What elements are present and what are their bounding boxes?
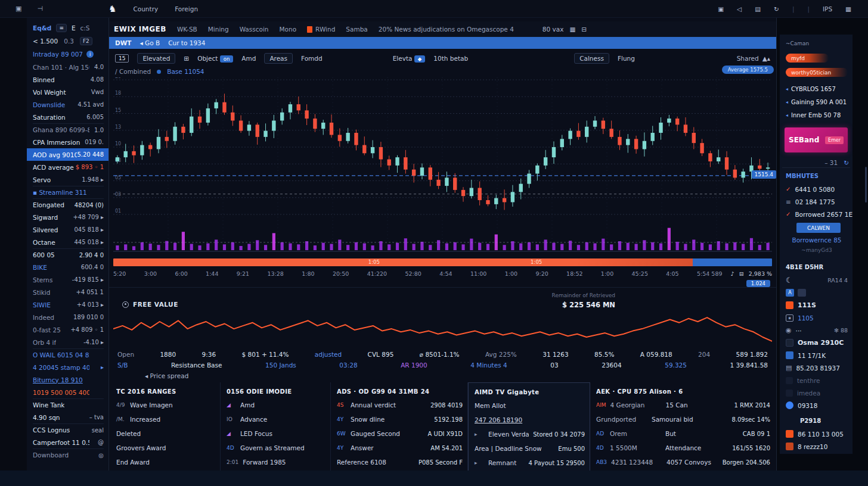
object-toggle[interactable]: Object on [197,55,233,62]
symbol-tab[interactable]: RWind [307,26,335,33]
sidebar-row[interactable]: Saturation6.005 [33,111,104,123]
table-row[interactable]: 4D1 5500MAttendance161/55 1620 [596,441,770,455]
right-list-item[interactable]: ≡02 184 1775 [786,195,848,208]
sidebar-title[interactable]: Eq&d [33,24,51,32]
table-row[interactable]: IOAdvance [227,412,326,426]
panel-icon[interactable]: ▣ [718,5,724,13]
fomdd-button[interactable]: Fomdd [301,55,323,62]
promo-button[interactable]: Emer [825,136,844,144]
candlestick-chart[interactable]: / Combined Base 11054 Average 1575.5 201… [109,68,776,297]
right-link[interactable]: ◂Inner Emb 50 78 [786,108,848,122]
sidebar-row[interactable]: 1019 500 005 4004.4 * [33,386,104,398]
sidebar-row[interactable]: Camperfoot 11 0.5@ [33,436,104,448]
symbol-tab[interactable]: Mono [280,26,297,33]
promo-banner[interactable]: SEBand Emer [785,127,848,152]
legend-combined[interactable]: / Combined [115,68,151,75]
symbol-tab[interactable]: WK-SB [177,26,197,33]
sidebar-row[interactable]: BIKE600.4 0 [33,261,104,273]
scrollbar-thumb[interactable] [865,167,867,202]
timeline-scrollbar[interactable]: 1:05 1:05 [113,258,772,266]
sidebar-row[interactable]: Chan 101 · Alg 15004.0 [33,61,104,73]
symbol-tab[interactable]: Samba [346,26,367,33]
borrow-link[interactable]: Borrowernce 85 [786,236,848,247]
sidebar-row[interactable]: CCS Lognusseal [33,423,104,436]
line-chart-svg[interactable] [113,310,772,347]
timeline-remaining[interactable] [693,258,772,266]
table-row[interactable]: 4DGovern as Streamed [227,441,326,455]
sidebar-row[interactable]: Sigward+48 709 ▸ [33,211,104,223]
sidebar-row[interactable]: AOD avg 901055.20 448 [27,148,108,161]
window-grid-icon[interactable]: ▣ [16,5,21,13]
table-row[interactable]: ◢Amd [227,398,326,412]
table-row[interactable]: /M.Increased [116,412,215,426]
table-row[interactable]: ▸Eleven VerdantStored 0 34 2079 [475,427,585,441]
table-row[interactable]: Reference 6108P085 Second F [337,455,463,469]
elevated-button[interactable]: Elevated [137,53,175,64]
note-icon[interactable]: ♪ [731,270,734,277]
right-link[interactable]: ◂CYBRLOS 1657 [786,82,848,95]
alert-banner[interactable]: DWT ◂ Go B Cur to 1934 [109,37,776,49]
grid-view-icon[interactable]: ▦ [569,26,575,33]
table-row[interactable]: GrundportedSamourai bid8.09sec 14% [596,412,770,426]
gray-chip-icon[interactable] [798,289,806,297]
table-row[interactable]: 4YAnswerAM 54.201 [337,441,463,455]
table-row[interactable]: 4YSnow dline5192.198 [337,412,463,426]
sidebar-row[interactable]: Binned4.08 [33,73,104,86]
right-list-item[interactable]: ▤85.203 81937 [786,362,848,374]
areas-button[interactable]: Areas [264,53,293,64]
amd-button[interactable]: Amd [241,55,256,62]
sidebar-row[interactable]: 600 052.90 4 0 [33,248,104,261]
right-list-item[interactable]: ☾RA14 4 [786,274,848,286]
table-row[interactable]: Area | Deadline SnowEmu 500 [475,441,585,456]
right-list-item[interactable]: 86 110 13 005 [786,428,848,440]
sidebar-row[interactable]: Ghana 890 6099-8011.0 [33,123,104,136]
sidebar-chip[interactable]: F2 [80,37,92,45]
sidebar-row[interactable]: Octane445 018 ▸ [33,236,104,248]
calwen-button[interactable]: CALWEN [796,223,841,233]
right-list-item[interactable]: ✓6441 0 5080 [786,183,848,195]
table-row[interactable]: ADOremButCAB 09 1 [596,426,770,441]
sidebar-row[interactable]: Biturncy 18 910 [33,373,104,386]
apps-icon[interactable]: ▦ [845,5,851,13]
table-row[interactable]: Deleted [116,426,215,441]
sidebar-row[interactable]: ACD average$ 893 ◦ 1 [33,161,104,173]
right-list-item[interactable]: ✓Borrowed 2657 1E [786,208,848,220]
right-list-item[interactable]: tenthre [786,374,848,387]
table-row[interactable]: AIM4 Georgian15 Can1 RMX 2014 [596,398,770,412]
nav-foreign[interactable]: Foreign [175,5,198,13]
grid-icon[interactable]: ⊞ [184,55,189,62]
right-link[interactable]: ◂Gaining 590 A 001 [786,95,848,108]
sidebar-row[interactable]: Downboard◎ [33,448,104,461]
table-row[interactable]: Groovers Award [116,441,215,455]
refresh-icon[interactable]: ↻ [844,159,849,166]
right-list-item[interactable]: ◉···✻ 88 [786,324,848,337]
table-row[interactable]: ◢LED Focus [227,426,326,441]
table-row[interactable]: 2:01Forward 1985 [227,455,326,469]
count-pill[interactable]: 1.024 [746,280,770,287]
right-list-item[interactable]: 111S [786,299,848,311]
sidebar-row[interactable]: Orb 4 if-4.10 ▸ [33,336,104,348]
shared-button[interactable]: Shared ▲▴ [737,55,770,62]
sidebar-row[interactable]: 4 20045 stamp 4010▸ [33,361,104,373]
timeline-elapsed[interactable]: 1:05 1:05 [113,258,693,266]
blue-chip-icon[interactable]: A [786,289,794,297]
price-spread-toggle[interactable]: ◂ Price spread [109,370,776,381]
sidebar-row[interactable]: CPA Immersion019 0. [33,136,104,148]
hot-tag-pill[interactable]: myfd [786,54,829,63]
collapse-axis-icon[interactable]: ⊟ [739,270,744,277]
symbol-tab[interactable]: 20% News adjudications on Omegascope 4 [379,26,514,33]
rows-icon[interactable]: ▤ [755,5,761,13]
tenth-button[interactable]: 10th betab [433,55,468,62]
sidebar-row[interactable]: Elongated48204 (0) [33,198,104,211]
table-row[interactable]: 4SAnnual verdict2908 4019 [337,398,463,412]
right-list-item[interactable]: A [786,286,848,299]
symbol-tab[interactable]: Mining [208,26,229,33]
ips-label[interactable]: IPS [823,5,832,13]
sidebar-link[interactable]: Intraday 89 007 i [33,48,104,61]
collapse-icon[interactable]: ⊟ [581,26,587,33]
refresh-icon[interactable]: ↻ [774,5,779,13]
table-row[interactable]: End Award [116,455,215,469]
symbol-tab[interactable]: Wasscoin [240,26,269,33]
symbol-name[interactable]: EWIX IMGEB [114,25,166,33]
table-row[interactable]: AB34231 1234484057 ConvoysBorgen 204.506 [596,455,770,469]
